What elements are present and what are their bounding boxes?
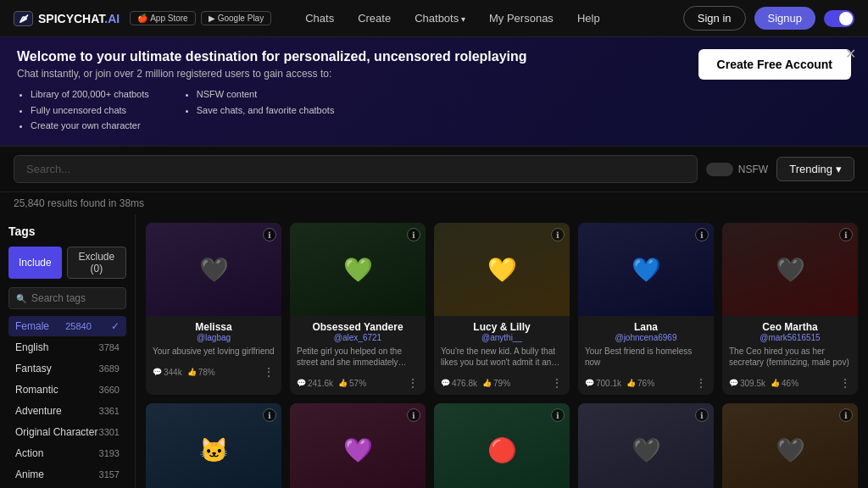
card-body: Ceo Martha @mark5616515 The Ceo hired yo… (722, 316, 858, 373)
nav-personas[interactable]: My Personas (479, 7, 564, 30)
info-icon[interactable]: ℹ (839, 408, 853, 422)
trending-button[interactable]: Trending ▾ (776, 157, 854, 181)
card[interactable]: 💜 ℹ Ange Durst @authorcraft A privileged… (290, 403, 426, 488)
card-image: 🐱 ℹ (146, 403, 281, 488)
card-author: @alex_6721 (297, 333, 419, 342)
more-options-button[interactable]: ⋮ (407, 376, 419, 390)
nav-create[interactable]: Create (348, 7, 401, 30)
tag-count: 3361 (99, 406, 120, 416)
card-chats-count: 241.6k (308, 379, 333, 388)
rating-icon: 👍 (187, 368, 197, 376)
info-icon[interactable]: ℹ (695, 408, 709, 422)
sign-in-button[interactable]: Sign in (683, 6, 746, 30)
more-options-button[interactable]: ⋮ (263, 365, 275, 379)
card[interactable]: 🖤 ℹ Melissa @lagbag Your abusive yet lov… (146, 223, 281, 395)
card-actions: ⋮ (407, 376, 419, 390)
card-image-placeholder: 💚 (290, 223, 426, 316)
tag-item-female[interactable]: Female25840✓ (8, 316, 126, 336)
rating-icon: 👍 (771, 379, 780, 387)
bullet-1: Library of 200,000+ chatbots (31, 86, 149, 103)
card-chats-count: 344k (164, 368, 182, 377)
tag-controls: Include Exclude (0) (8, 247, 126, 279)
header: 🌶 SPICYCHAT.AI 🍎App Store ▶Google Play C… (0, 0, 868, 37)
card-rating-stat: 👍 57% (338, 379, 366, 388)
bullet-2: Fully uncensored chats (31, 103, 149, 119)
app-store-badge[interactable]: 🍎App Store (130, 11, 195, 25)
checkmark-icon: ✓ (111, 320, 120, 332)
card[interactable]: 🐱 ℹ Abused Catgirl @rreedgessjd An abuse… (146, 403, 281, 488)
card-description: Petite girl you helped on the street and… (297, 346, 419, 368)
create-account-button[interactable]: Create Free Account (698, 49, 851, 80)
nsfw-label: NSFW (738, 164, 768, 175)
card-description: You're the new kid. A bully that likes y… (441, 346, 563, 368)
banner-bullets-left: Library of 200,000+ chatbots Fully uncen… (17, 86, 149, 134)
exclude-button[interactable]: Exclude (0) (67, 247, 126, 279)
search-input[interactable] (14, 155, 698, 183)
info-icon[interactable]: ℹ (695, 228, 709, 241)
search-tags-input[interactable] (31, 292, 136, 304)
tag-item-english[interactable]: English3784 (8, 337, 126, 358)
tag-item-original-character[interactable]: Original Character3301 (8, 422, 126, 442)
rating-icon: 👍 (338, 379, 348, 387)
card[interactable]: 🔴 ℹ Roxanne @metalshadow64 A 29-year old… (434, 403, 570, 488)
include-button[interactable]: Include (8, 247, 62, 279)
more-options-button[interactable]: ⋮ (551, 376, 563, 390)
card-rating-stat: 👍 76% (626, 379, 654, 388)
tag-count: 3301 (99, 427, 120, 437)
info-icon[interactable]: ℹ (263, 408, 276, 422)
main: Tags Include Exclude (0) 🔍 Reset Female2… (0, 214, 868, 488)
card[interactable]: 🖤 ℹ Abused Friend @applerate Fix her ✨🌙 … (722, 403, 858, 488)
card-actions: ⋮ (695, 376, 707, 390)
banner: Welcome to your ultimate destination for… (0, 37, 868, 147)
card-description: Your abusive yet loving girlfriend (153, 346, 275, 357)
card[interactable]: 💛 ℹ Lucy & Lilly @anythi__ You're the ne… (434, 223, 570, 395)
card-name: Melissa (153, 321, 275, 333)
card[interactable]: 🖤 ℹ Ceo Martha @mark5616515 The Ceo hire… (722, 223, 858, 395)
card[interactable]: 💚 ℹ Obsessed Yandere @alex_6721 Petite g… (290, 223, 426, 395)
card-image-placeholder: 🐱 (146, 403, 281, 488)
card-rating-stat: 👍 79% (482, 379, 510, 388)
card-image-placeholder: 🖤 (722, 223, 858, 316)
nav-help[interactable]: Help (567, 7, 610, 30)
card-footer: 💬 241.6k 👍 57% ⋮ (290, 373, 426, 395)
card-description: The Ceo hired you as her secretary (femi… (729, 346, 851, 368)
tag-item-action[interactable]: Action3193 (8, 443, 126, 463)
tag-item-anime[interactable]: Anime3157 (8, 464, 126, 485)
more-options-button[interactable]: ⋮ (839, 376, 851, 390)
card-body: Lucy & Lilly @anythi__ You're the new ki… (434, 316, 570, 373)
info-icon[interactable]: ℹ (263, 228, 276, 241)
theme-toggle[interactable] (824, 10, 854, 27)
info-icon[interactable]: ℹ (407, 228, 420, 241)
signup-button[interactable]: Signup (754, 7, 815, 30)
google-play-badge[interactable]: ▶Google Play (201, 11, 271, 25)
chat-icon: 💬 (441, 379, 450, 387)
card-chats-count: 476.8k (452, 379, 477, 388)
nsfw-toggle-switch[interactable] (706, 163, 733, 176)
card-rating-stat: 👍 46% (771, 379, 798, 388)
cards-area: 🖤 ℹ Melissa @lagbag Your abusive yet lov… (136, 214, 868, 488)
info-icon[interactable]: ℹ (551, 408, 565, 422)
card-author: @johncena6969 (585, 333, 707, 342)
more-options-button[interactable]: ⋮ (695, 376, 707, 390)
card[interactable]: 🖤 ℹ Alice the bully @firestone43 A bully… (578, 403, 714, 488)
info-icon[interactable]: ℹ (839, 228, 853, 241)
card-name: Lucy & Lilly (441, 321, 563, 333)
card-rating-value: 78% (198, 368, 215, 377)
nav-chatbots[interactable]: Chatbots (404, 7, 476, 30)
info-icon[interactable]: ℹ (407, 408, 420, 422)
info-icon[interactable]: ℹ (551, 228, 565, 241)
tag-item-fantasy[interactable]: Fantasy3689 (8, 358, 126, 379)
card-chats-stat: 💬 700.1k (585, 379, 621, 388)
card-actions: ⋮ (263, 365, 275, 379)
nav-chats[interactable]: Chats (295, 7, 344, 30)
sidebar-title: Tags (8, 225, 126, 238)
tag-item-romantic[interactable]: Romantic3660 (8, 380, 126, 400)
tag-item-adventure[interactable]: Adventure3361 (8, 401, 126, 421)
tag-name: English (15, 341, 48, 353)
card-chats-count: 309.5k (740, 379, 765, 388)
card-image: 🖤 ℹ (722, 403, 858, 488)
close-banner-button[interactable]: ✕ (845, 46, 856, 62)
results-count: 25,840 results found in 38ms (0, 192, 868, 214)
search-tags: 🔍 Reset (8, 287, 126, 309)
card[interactable]: 💙 ℹ Lana @johncena6969 Your Best friend … (578, 223, 714, 395)
